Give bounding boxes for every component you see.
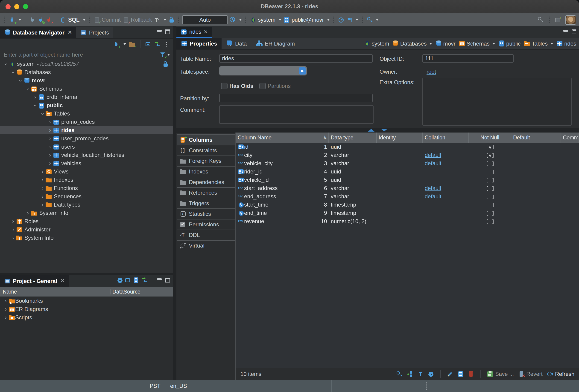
disconnect-icon[interactable]: × xyxy=(46,17,52,23)
project-item-scripts[interactable]: ›Scripts xyxy=(0,313,173,322)
chevron-down-icon[interactable] xyxy=(376,19,379,21)
tree-item-promo-codes[interactable]: ›promo_codes xyxy=(0,118,173,126)
object-id-input[interactable] xyxy=(422,54,513,62)
refresh-button[interactable]: Refresh xyxy=(547,371,575,377)
tree-item-public[interactable]: ›public xyxy=(0,101,173,110)
grid-search-icon[interactable] xyxy=(396,371,403,377)
filter-icon[interactable]: ✓ xyxy=(159,52,166,58)
new-connection-icon[interactable]: + xyxy=(113,41,119,47)
table-row[interactable]: end_address7varchardefault[ ] xyxy=(236,192,579,201)
tree-item-user-promo-codes[interactable]: ›user_promo_codes xyxy=(0,134,173,143)
cell-not-null[interactable]: [ ] xyxy=(469,176,511,184)
chevron-open-icon[interactable]: › xyxy=(3,61,9,67)
tree-item-users[interactable]: ›users xyxy=(0,143,173,151)
table-row[interactable]: end_time9timestamp[ ] xyxy=(236,209,579,217)
owner-link[interactable]: root xyxy=(427,68,436,75)
chevron-open-icon[interactable]: › xyxy=(10,69,16,75)
tree-item-functions[interactable]: ›Functions xyxy=(0,184,173,192)
chevron-down-icon[interactable] xyxy=(167,54,170,56)
tree-item-system[interactable]: ›system- localhost:26257 xyxy=(0,60,173,68)
cell-not-null[interactable]: [v] xyxy=(469,151,511,159)
cell-not-null[interactable]: [ ] xyxy=(469,192,511,201)
chevron-open-icon[interactable]: › xyxy=(40,111,46,117)
breadcrumb-movr[interactable]: movr xyxy=(435,40,455,47)
zoom-window-button[interactable] xyxy=(23,4,28,9)
collapse-all-icon[interactable] xyxy=(145,41,151,47)
maximize-editor-icon[interactable] xyxy=(571,29,577,35)
tree-item-system-info[interactable]: ›System Info xyxy=(0,209,173,217)
new-folder-icon[interactable] xyxy=(129,41,136,47)
comment-textarea[interactable] xyxy=(219,105,373,124)
table-row[interactable]: start_time8timestamp[ ] xyxy=(236,201,579,209)
timezone-cell[interactable]: PST xyxy=(145,380,166,392)
chevron-closed-icon[interactable]: › xyxy=(10,226,16,232)
chevron-down-icon[interactable] xyxy=(18,19,21,21)
partitions-checkbox[interactable] xyxy=(259,83,266,89)
side-tab-indexes[interactable]: Indexes xyxy=(177,166,235,177)
search-metadata-icon[interactable] xyxy=(366,17,373,23)
link-with-editor-icon[interactable] xyxy=(142,277,148,283)
table-row[interactable]: id1uuid[v] xyxy=(236,143,579,151)
connect-icon[interactable] xyxy=(29,17,35,23)
save-button[interactable]: Save ... xyxy=(487,371,514,377)
chevron-closed-icon[interactable]: › xyxy=(3,298,9,304)
cell-not-null[interactable]: [ ] xyxy=(469,217,511,225)
quick-search-icon[interactable] xyxy=(537,17,544,23)
collation-link[interactable]: default xyxy=(425,160,441,167)
chevron-closed-icon[interactable]: › xyxy=(32,94,38,100)
tab-er-diagram[interactable]: ER Diagram xyxy=(251,38,299,49)
tree-item-sequences[interactable]: ›Sequences xyxy=(0,192,173,201)
tree-item-system-info[interactable]: ›System Info xyxy=(0,234,173,242)
tab-project-general[interactable]: Project - General✕ xyxy=(0,275,69,287)
cell-not-null[interactable]: [ ] xyxy=(469,159,511,168)
side-tab-virtual[interactable]: Virtual xyxy=(177,240,235,251)
project-item-er-diagrams[interactable]: ›ER Diagrams xyxy=(0,305,173,313)
chevron-closed-icon[interactable]: › xyxy=(3,306,9,312)
compact-icon[interactable] xyxy=(346,17,353,23)
grid-column-header-[interactable]: # xyxy=(285,132,329,143)
breadcrumb-rides[interactable]: rides xyxy=(556,40,576,47)
chevron-closed-icon[interactable]: › xyxy=(40,169,46,175)
side-tab-dependencies[interactable]: Dependencies xyxy=(177,177,235,187)
chevron-down-icon[interactable] xyxy=(356,19,359,21)
tree-item-schemas[interactable]: ›Schemas xyxy=(0,85,173,93)
chevron-down-icon[interactable] xyxy=(239,19,242,21)
maximize-panel-icon[interactable] xyxy=(164,29,171,35)
revert-button[interactable]: Revert xyxy=(518,371,543,377)
minimize-editor-icon[interactable] xyxy=(562,29,569,35)
delete-icon[interactable] xyxy=(468,371,474,377)
chevron-closed-icon[interactable]: › xyxy=(47,160,53,166)
has-oids-checkbox[interactable] xyxy=(221,83,227,89)
transaction-log-icon[interactable] xyxy=(154,17,160,23)
grid-column-header-collation[interactable]: Collation xyxy=(423,132,469,143)
dashboard-icon[interactable] xyxy=(338,17,344,23)
breadcrumb-system[interactable]: system xyxy=(364,40,389,47)
table-row[interactable]: vehicle_id5uuid[ ] xyxy=(236,176,579,184)
expand-up-icon[interactable] xyxy=(368,129,374,132)
close-icon[interactable]: ✕ xyxy=(204,29,208,35)
tree-item-crdb-internal[interactable]: ›crdb_internal xyxy=(0,93,173,101)
side-tab-statistics[interactable]: Statistics xyxy=(177,208,235,219)
table-row[interactable]: start_address6varchardefault[ ] xyxy=(236,184,579,192)
chevron-down-icon[interactable] xyxy=(123,43,126,45)
new-window-icon[interactable] xyxy=(555,17,562,23)
chevron-open-icon[interactable]: › xyxy=(25,86,31,92)
chevron-down-icon[interactable] xyxy=(492,43,495,44)
chevron-closed-icon[interactable]: › xyxy=(10,235,16,241)
editor-tab-rides[interactable]: rides✕ xyxy=(176,27,212,38)
object-filter-input[interactable] xyxy=(3,51,159,58)
minimize-panel-icon[interactable] xyxy=(156,277,163,283)
breadcrumb-public[interactable]: public xyxy=(498,40,521,47)
tree-item-indexes[interactable]: ›Indexes xyxy=(0,176,173,184)
cell-not-null[interactable]: [ ] xyxy=(469,168,511,176)
side-tab-columns[interactable]: +Columns xyxy=(177,134,235,145)
reconnect-icon[interactable]: ↻ xyxy=(37,17,44,23)
tree-item-databases[interactable]: ›Databases xyxy=(0,68,173,76)
chevron-closed-icon[interactable]: › xyxy=(47,144,53,150)
grid-filter-icon[interactable] xyxy=(417,371,424,377)
maximize-panel-icon[interactable] xyxy=(164,277,171,283)
chevron-closed-icon[interactable]: › xyxy=(3,315,9,321)
side-tab-permissions[interactable]: Permissions xyxy=(177,219,235,229)
lock-icon[interactable] xyxy=(168,17,175,23)
chevron-open-icon[interactable]: › xyxy=(17,77,23,84)
